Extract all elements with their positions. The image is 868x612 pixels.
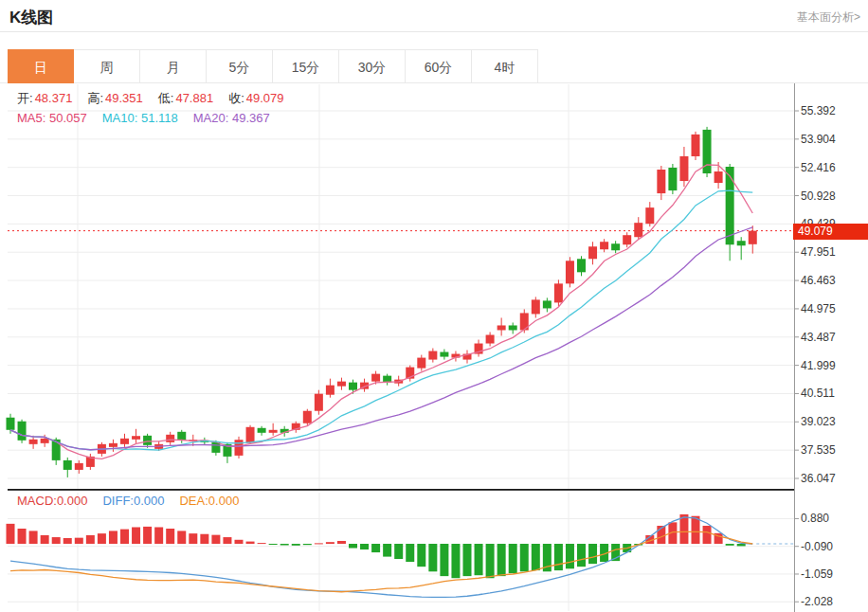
ma5-readout: MA5: 50.057 [17, 111, 87, 125]
price-axis-label: 39.023 [801, 415, 836, 428]
tab-day[interactable]: 日 [8, 49, 74, 83]
ma20-readout: MA20: 49.367 [193, 111, 270, 125]
price-axis-label: 43.487 [801, 331, 836, 344]
ma-readout: MA5: 50.057 MA10: 51.118 MA20: 49.367 [17, 111, 270, 125]
high-readout: 高:49.351 [87, 90, 142, 107]
price-axis-label: 40.511 [801, 387, 835, 400]
current-price-badge: 49.079 [793, 224, 868, 240]
period-tabs: 日 周 月 5分 15分 30分 60分 4时 [8, 49, 538, 83]
price-axis-label: 36.047 [801, 472, 836, 485]
price-axis-label: 44.975 [801, 302, 836, 315]
price-axis-label: 53.904 [801, 133, 836, 146]
dea-value-readout: DEA:0.000 [179, 494, 239, 508]
tab-60min[interactable]: 60分 [406, 49, 472, 83]
kline-page: K线图 基本面分析> 日 周 月 5分 15分 30分 60分 4时 开:48.… [0, 0, 868, 612]
price-axis-label: 46.463 [801, 274, 836, 287]
tab-30min[interactable]: 30分 [339, 49, 406, 83]
macd-axis-label: -1.059 [801, 567, 833, 581]
tab-4hour[interactable]: 4时 [472, 49, 538, 83]
open-readout: 开:48.371 [17, 90, 72, 107]
macd-value-readout: MACD:0.000 [17, 494, 87, 508]
ohlc-readout: 开:48.371 高:49.351 低:47.881 收:49.079 [17, 90, 284, 107]
close-readout: 收:49.079 [228, 90, 283, 107]
macd-axis-label: -2.028 [801, 595, 833, 608]
price-axis-label: 37.535 [801, 443, 836, 457]
price-axis-label: 41.999 [801, 359, 836, 372]
diff-value-readout: DIFF:0.000 [102, 494, 164, 508]
ma10-readout: MA10: 51.118 [102, 111, 178, 125]
tab-15min[interactable]: 15分 [273, 49, 339, 83]
low-readout: 低:47.881 [158, 90, 213, 107]
price-axis-label: 55.392 [801, 104, 836, 117]
price-axis-label: 52.416 [801, 161, 836, 174]
price-axis-label: 47.951 [801, 245, 836, 259]
price-axis-label: 50.928 [801, 189, 836, 203]
macd-readout: MACD:0.000 DIFF:0.000 DEA:0.000 [17, 494, 239, 508]
macd-axis-label: -0.090 [801, 540, 833, 553]
macd-axis-label: 0.880 [801, 512, 829, 525]
tab-5min[interactable]: 5分 [207, 49, 273, 83]
tab-week[interactable]: 周 [74, 49, 140, 83]
tab-month[interactable]: 月 [140, 49, 207, 83]
